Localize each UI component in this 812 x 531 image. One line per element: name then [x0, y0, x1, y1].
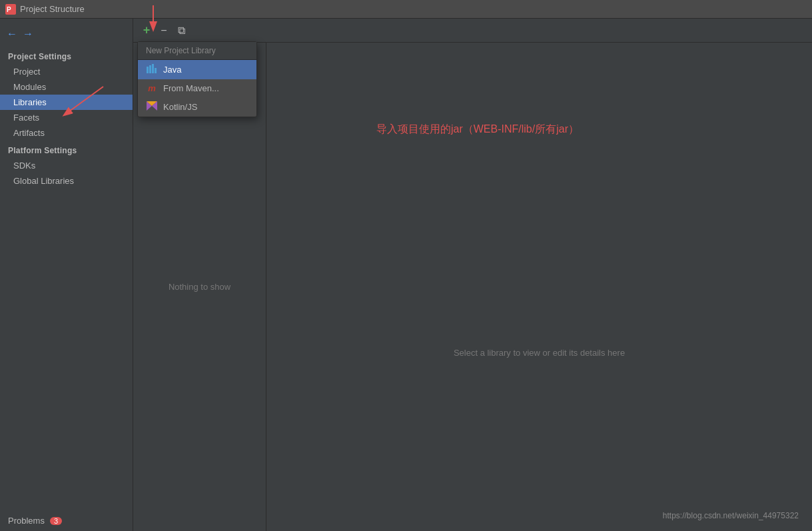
main-layout: ← → Project Settings Project Modules Lib…	[0, 19, 812, 531]
dropdown-item-maven-label: From Maven...	[163, 83, 219, 93]
sidebar-item-modules[interactable]: Modules	[0, 79, 133, 95]
sidebar-item-global-libraries[interactable]: Global Libraries	[0, 173, 133, 189]
sidebar-item-facets[interactable]: Facets	[0, 110, 133, 125]
sidebar-item-libraries[interactable]: Libraries	[0, 95, 133, 110]
add-button[interactable]: +	[139, 23, 155, 39]
nothing-to-show: Nothing to show	[169, 282, 230, 292]
right-panel: 导入项目使用的jar（WEB-INF/lib/所有jar） Select a l…	[266, 43, 812, 531]
nav-arrows: ← →	[0, 24, 133, 47]
annotation-text: 导入项目使用的jar（WEB-INF/lib/所有jar）	[376, 123, 579, 137]
svg-text:P: P	[7, 6, 11, 13]
title-bar: P Project Structure	[0, 0, 812, 19]
maven-icon: m	[146, 83, 158, 93]
svg-rect-4	[152, 64, 154, 73]
sidebar-item-project[interactable]: Project	[0, 64, 133, 79]
sidebar: ← → Project Settings Project Modules Lib…	[0, 19, 133, 531]
back-arrow[interactable]: ←	[5, 27, 19, 41]
problems-badge: 3	[50, 517, 62, 525]
problems-row: Problems 3	[0, 510, 133, 531]
svg-rect-5	[155, 68, 157, 73]
sidebar-item-artifacts[interactable]: Artifacts	[0, 125, 133, 141]
select-library-text: Select a library to view or edit its det…	[454, 348, 625, 358]
dropdown-menu: New Project Library Java m From Mav	[137, 41, 257, 117]
toolbar: + − ⧉ New Project Library Java	[133, 19, 812, 43]
dropdown-item-kotlin-label: Kotlin/JS	[163, 102, 197, 112]
dropdown-header: New Project Library	[138, 42, 256, 60]
content-area: + − ⧉ New Project Library Java	[133, 19, 812, 531]
project-settings-header: Project Settings	[0, 47, 133, 64]
dropdown-item-maven[interactable]: m From Maven...	[138, 79, 256, 97]
svg-rect-3	[149, 65, 151, 73]
sidebar-item-sdks[interactable]: SDKs	[0, 158, 133, 173]
app-icon: P	[5, 4, 16, 15]
remove-button[interactable]: −	[156, 23, 172, 39]
platform-settings-header: Platform Settings	[0, 141, 133, 158]
java-icon	[146, 64, 158, 75]
kotlin-icon	[146, 101, 158, 113]
svg-rect-2	[147, 67, 149, 73]
dropdown-item-java[interactable]: Java	[138, 60, 256, 79]
title-bar-text: Project Structure	[20, 4, 85, 14]
dropdown-item-kotlin[interactable]: Kotlin/JS	[138, 97, 256, 117]
watermark: https://blog.csdn.net/weixin_44975322	[663, 511, 799, 520]
copy-button[interactable]: ⧉	[173, 23, 189, 39]
dropdown-item-java-label: Java	[163, 65, 181, 75]
forward-arrow[interactable]: →	[21, 27, 35, 41]
problems-label: Problems	[8, 516, 45, 526]
